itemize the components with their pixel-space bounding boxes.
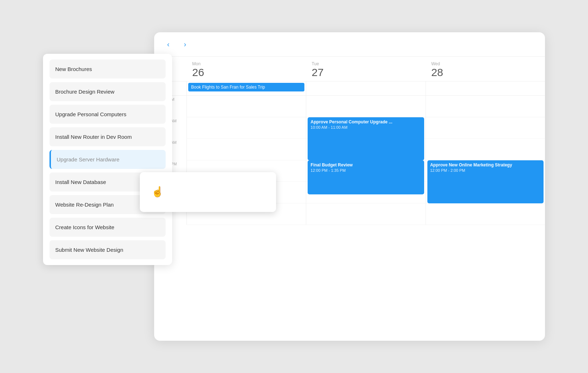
task-item-upgrade-personal-computers[interactable]: Upgrade Personal Computers xyxy=(49,105,166,124)
calendar-event[interactable]: Final Budget Review12:00 PM - 1:35 PM xyxy=(308,160,424,194)
task-item-upgrade-server-hardware[interactable]: Upgrade Server Hardware xyxy=(49,150,166,169)
day-header-0: Mon26 xyxy=(186,57,306,81)
allday-row: Book Flights to San Fran for Sales Trip xyxy=(154,81,545,96)
timecell-3-2: Approve New Online Marketing Strategy12:… xyxy=(426,160,545,182)
timecell-5-1 xyxy=(306,203,425,225)
allday-event[interactable]: Book Flights to San Fran for Sales Trip xyxy=(188,83,304,91)
calendar-event[interactable]: Approve New Online Marketing Strategy12:… xyxy=(427,160,544,203)
task-panel: New BrochuresBrochure Design ReviewUpgra… xyxy=(43,54,172,265)
timecell-0-2 xyxy=(426,96,545,117)
timecell-2-0 xyxy=(186,139,306,160)
task-item-create-icons-website[interactable]: Create Icons for Website xyxy=(49,218,166,237)
timecell-5-2 xyxy=(426,203,545,225)
task-item-brochure-design-review[interactable]: Brochure Design Review xyxy=(49,82,166,101)
allday-cell-2 xyxy=(426,81,545,95)
timecell-3-1: Final Budget Review12:00 PM - 1:35 PM xyxy=(306,160,425,182)
day-header-1: Tue27 xyxy=(306,57,425,81)
task-item-submit-new-website-design[interactable]: Submit New Website Design xyxy=(49,240,166,259)
task-item-new-brochures[interactable]: New Brochures xyxy=(49,60,166,79)
timecell-0-0 xyxy=(186,96,306,117)
days-header: Mon26Tue27Wed28 xyxy=(154,57,545,81)
scene: New BrochuresBrochure Design ReviewUpgra… xyxy=(43,32,545,341)
calendar-event[interactable]: Approve Personal Computer Upgrade ...10:… xyxy=(308,117,424,160)
day-header-2: Wed28 xyxy=(426,57,545,81)
timecell-2-2 xyxy=(426,139,545,160)
calendar-body: 9:00 AM10:00 AMApprove Personal Computer… xyxy=(154,96,545,341)
task-item-install-new-router[interactable]: Install New Router in Dev Room xyxy=(49,127,166,146)
timecell-1-0 xyxy=(186,117,306,139)
timecell-1-2 xyxy=(426,117,545,139)
timecell-1-1: Approve Personal Computer Upgrade ...10:… xyxy=(306,117,425,139)
calendar-header: ‹ › xyxy=(154,32,545,57)
allday-cell-1 xyxy=(306,81,425,95)
prev-button[interactable]: ‹ xyxy=(164,39,172,50)
tooltip-popup: ☝ xyxy=(140,172,276,212)
timecell-0-1 xyxy=(306,96,425,117)
next-button[interactable]: › xyxy=(181,39,189,50)
cursor-icon: ☝ xyxy=(151,186,265,198)
allday-cell-0: Book Flights to San Fran for Sales Trip xyxy=(186,81,306,95)
